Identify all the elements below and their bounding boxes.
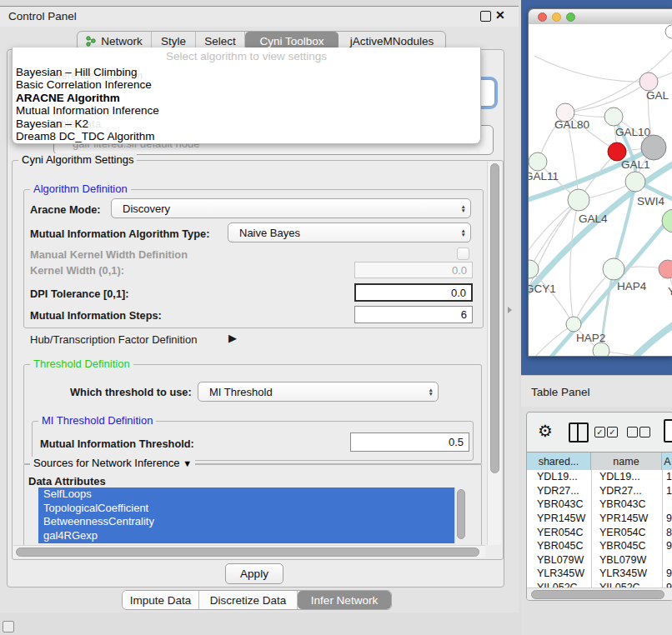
network-node-gal11[interactable] [529,152,547,171]
table-cell[interactable]: YIL052C [591,582,662,588]
select-all-columns-icon[interactable]: ✓ [607,427,618,438]
settings-horizontal-scrollbar[interactable] [13,545,485,558]
table-horizontal-scrollbar[interactable] [527,588,672,600]
window-minimize-icon[interactable] [552,12,561,22]
hub-expand-arrow-icon[interactable]: ▶ [228,332,237,344]
network-node-swi4[interactable] [625,172,645,192]
network-window[interactable]: GALGAL80GAL10GAL1GAL11SWI4GAL4GCY1HAP4YH… [528,8,672,357]
which-threshold-combo[interactable]: MI Threshold ▲▼ [198,382,439,402]
algorithm-list-item[interactable]: Mutual Information Inference [13,104,480,117]
network-node-hap2[interactable] [566,317,581,332]
settings-vertical-scrollbar[interactable] [487,162,501,545]
deselect-all-columns-icon[interactable] [639,427,650,438]
table-cell[interactable]: YBL079W [591,554,662,566]
table-cell[interactable]: 9. [662,512,672,524]
network-window-titlebar[interactable] [529,9,672,25]
network-node-gal[interactable] [639,72,658,91]
table-row[interactable]: YIL052CYIL052C9. [527,581,672,588]
window-zoom-icon[interactable] [566,12,575,22]
column-header-clipped[interactable]: A [662,452,672,470]
table-cell[interactable]: YPR145W [527,512,591,524]
table-cell[interactable]: YDL19... [591,471,662,482]
table-cell[interactable]: 9. [662,540,672,552]
algorithm-list-item[interactable]: ARACNE Algorithm [13,92,480,104]
data-attribute-item[interactable]: SelfLoops [38,488,454,502]
network-node-gcy1[interactable] [529,260,539,278]
tab-discretize-data[interactable]: Discretize Data [199,591,298,609]
mi-steps-field[interactable]: 6 [354,306,473,323]
network-node-y[interactable] [659,260,672,278]
algorithm-list-item[interactable]: Bayesian – Hill Climbing [13,66,480,78]
data-attribute-item[interactable]: gal4RGexp [38,529,454,543]
table-cell[interactable]: 9. [662,568,672,579]
data-attribute-item[interactable]: TopologicalCoefficient [38,502,454,516]
table-row[interactable]: YBR043CYBR043C [527,498,672,512]
table-cell[interactable]: YLR345W [527,568,591,579]
splitter-collapse-icon[interactable] [508,307,512,313]
table-cell[interactable]: 13 [662,471,672,482]
table-cell[interactable]: 9. [662,582,672,588]
float-panel-icon[interactable] [480,11,491,22]
network-node-grn[interactable] [662,209,672,232]
table-cell[interactable]: YDL19... [527,471,591,482]
dpi-tolerance-field[interactable]: 0.0 [354,283,473,302]
algorithm-list-item[interactable]: Dream8 DC_TDC Algorithm [13,130,480,142]
data-attribute-item[interactable]: BetweennessCentrality [38,515,454,529]
table-row[interactable]: YDR27...YDR27...12 [527,484,672,498]
table-row[interactable]: YER054CYER054C8. [527,525,672,539]
algorithm-list-item[interactable]: Basic Correlation Inference [13,78,480,91]
new-table-icon[interactable] [664,419,672,442]
table-row[interactable]: YPR145WYPR145W9. [527,512,672,526]
close-icon[interactable]: ✕ [495,8,505,22]
table-cell[interactable]: YLR345W [591,568,662,579]
column-header-shared-name[interactable]: shared... [527,452,591,470]
gear-icon[interactable]: ⚙ [538,421,553,441]
collapsed-panel-icon[interactable] [3,621,14,632]
settings-horizontal-scrollbar-thumb[interactable] [16,548,479,557]
table-cell[interactable]: YDR27... [527,485,591,497]
network-node-gal4[interactable] [568,189,589,211]
sources-collapse-arrow-icon[interactable]: ▼ [183,458,192,468]
algorithm-list-item[interactable]: Bayesian – K2 [13,118,480,130]
table-cell[interactable]: YBR043C [591,498,662,510]
network-canvas[interactable]: GALGAL80GAL10GAL1GAL11SWI4GAL4GCY1HAP4YH… [529,24,672,356]
mi-type-combo[interactable]: Naive Bayes ▲▼ [228,222,471,242]
table-row[interactable]: YBR045CYBR045C9. [527,539,672,553]
deselect-all-columns-icon[interactable] [627,427,638,438]
attributes-scrollbar-thumb[interactable] [457,489,465,539]
tab-impute-data[interactable]: Impute Data [123,591,199,609]
settings-vertical-scrollbar-thumb[interactable] [490,163,499,473]
table-cell[interactable]: YBR045C [591,540,662,552]
table-cell[interactable]: 8. [662,527,672,538]
table-cell[interactable]: 12 [662,485,672,497]
network-node-grayn[interactable] [641,135,666,160]
mi-threshold-field[interactable]: 0.5 [350,432,469,452]
table-row[interactable]: YLR345WYLR345W9. [527,567,672,581]
split-panel-icon[interactable] [569,422,589,442]
table-cell[interactable]: YPR145W [591,512,662,524]
table-cell[interactable]: YIL052C [527,582,591,588]
table-cell[interactable]: YER054C [591,527,662,538]
column-header-name[interactable]: name [591,452,662,470]
table-cell[interactable]: YBL079W [527,554,591,566]
network-node-botn[interactable] [593,342,609,356]
window-close-icon[interactable] [538,12,547,22]
network-node-gal10[interactable] [604,108,623,126]
table-cell[interactable]: YER054C [527,527,591,538]
manual-kernel-checkbox[interactable] [457,248,469,260]
network-node-hap4[interactable] [603,258,624,280]
select-all-columns-icon[interactable]: ✓ [594,427,605,438]
table-row[interactable]: YDL19...YDL19...13 [527,470,672,484]
apply-button[interactable]: Apply [225,563,283,584]
network-node-top[interactable] [665,25,672,38]
data-attributes-list[interactable]: SelfLoopsTopologicalCoefficientBetweenne… [38,488,454,543]
aracne-mode-combo[interactable]: Discovery ▲▼ [111,198,471,218]
table-cell[interactable]: YBR045C [527,540,591,552]
table-horizontal-scrollbar-thumb[interactable] [531,590,664,599]
attributes-scrollbar[interactable] [454,488,466,543]
table-cell[interactable]: YBR043C [527,498,591,510]
table-cell[interactable]: YDR27... [591,485,662,497]
hub-definition-label[interactable]: Hub/Transcription Factor Definition [30,333,197,346]
tab-infer-network[interactable]: Infer Network [298,591,391,609]
table-row[interactable]: YBL079WYBL079W [527,553,672,568]
